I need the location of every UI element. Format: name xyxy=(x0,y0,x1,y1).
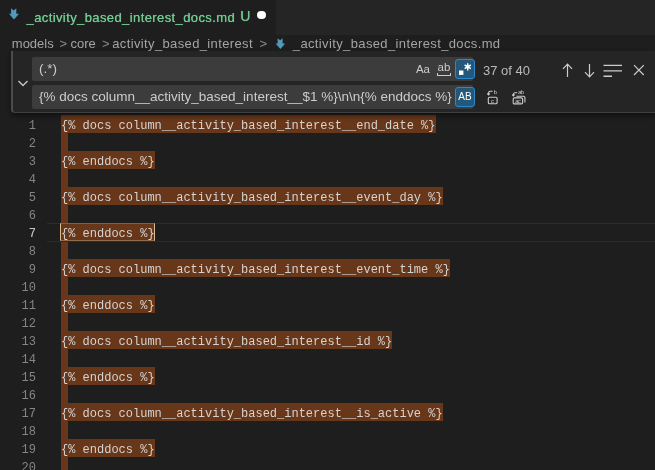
svg-text:b: b xyxy=(493,90,497,96)
svg-text:c: c xyxy=(490,97,494,104)
svg-text:ab: ab xyxy=(518,90,525,96)
